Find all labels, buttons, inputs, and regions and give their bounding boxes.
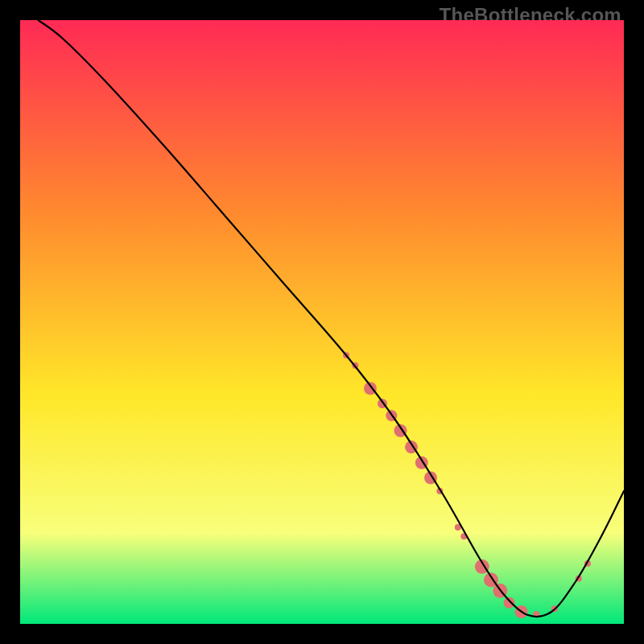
chart-plot-area xyxy=(20,20,624,624)
gradient-background xyxy=(20,20,624,624)
bottleneck-chart xyxy=(20,20,624,624)
data-marker xyxy=(504,597,515,609)
